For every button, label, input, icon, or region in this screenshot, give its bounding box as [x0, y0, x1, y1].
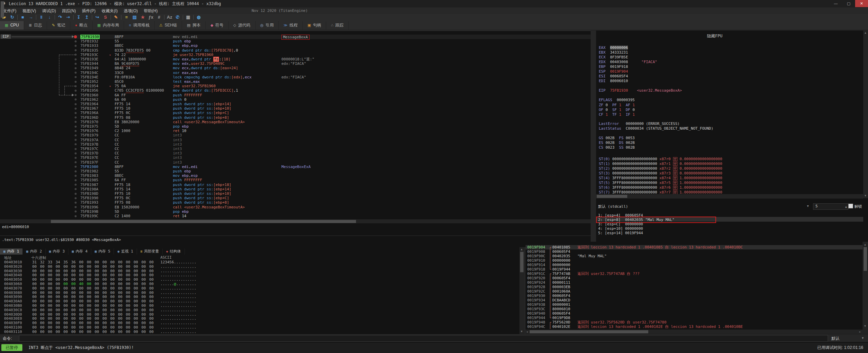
breakpoint-dot[interactable]	[75, 54, 77, 56]
disasm-row[interactable]: 75FB197BCCint3	[0, 142, 591, 147]
menu-item-h[interactable]: 帮助(H)	[141, 7, 161, 15]
dump-tab-memory-1[interactable]: ▦内存 1	[0, 248, 23, 255]
stack-row[interactable]: 0019F928│000003EB	[526, 285, 868, 289]
disasm-row[interactable]: 75FB19856A FFpush FFFFFFFF	[0, 178, 591, 182]
breakpoint-dot[interactable]	[75, 103, 77, 105]
reg-st5[interactable]: ST(5) 3FFF8000000000000000 x87r5 空 1.000…	[599, 181, 722, 185]
disasm-row[interactable]: 75FB197ECCint3	[0, 155, 591, 160]
step-into-icon[interactable]: ↓	[45, 14, 54, 21]
breakpoint-dot[interactable]	[75, 143, 77, 145]
disasm-row[interactable]: 75FB19498B48 24mov ecx,dword ptr ds:[eax…	[0, 66, 591, 70]
tab-references[interactable]: ◎引用	[256, 21, 279, 30]
flags-row-3[interactable]: CF 1 TF 1 IF 1	[599, 112, 635, 117]
stack-row[interactable]: 0019F908│000605F4	[526, 249, 868, 254]
breakpoint-dot[interactable]	[75, 170, 77, 172]
disasm-row[interactable]: 75FB19838BECmov ebp,esp	[0, 173, 591, 178]
disasm-row[interactable]: 75FB1987FF75 18push dword ptr ss:[ebp+18…	[0, 183, 591, 187]
tab-trace[interactable]: ∴跟踪	[326, 21, 349, 30]
unlock-checkbox[interactable]	[848, 204, 853, 208]
argument-row[interactable]: 4: [esp+10] 00000000	[598, 226, 643, 231]
stack-pane[interactable]: 0019F904┌00401085返回到 leccion 13 hardcode…	[526, 242, 868, 334]
disasm-row[interactable]: 75FB1956C705 CC3CFD75 01000000mov dword …	[0, 88, 591, 93]
memory-dump-pane[interactable]: ▦内存 1▦内存 2▦内存 3▦内存 4▦内存 5◉监视 1≣局部变量◆结构体 …	[0, 247, 524, 334]
run-icon[interactable]: →	[27, 14, 35, 21]
tab-breakpoints[interactable]: ●断点	[70, 21, 93, 30]
breakpoint-dot[interactable]	[75, 58, 77, 60]
disasm-row[interactable]: 75FB197ACCint3	[0, 138, 591, 142]
breakpoint-dot[interactable]	[75, 40, 77, 42]
disasm-row[interactable]: 75FB19606A FFpush FFFFFFFF	[0, 93, 591, 97]
breakpoint-dot[interactable]	[75, 210, 77, 212]
stop-icon[interactable]: ■	[19, 14, 27, 21]
breakpoint-dot[interactable]	[75, 206, 77, 208]
dump-tab-memory-5[interactable]: ▦内存 5	[91, 248, 114, 255]
tab-log[interactable]: ≣日志	[24, 21, 47, 30]
reg-st0[interactable]: ST(0) 00000000000000000000 x87r0 空 0.000…	[599, 157, 722, 162]
dump-tab-memory-4[interactable]: ▦内存 4	[68, 248, 91, 255]
restart-icon[interactable]: ↻	[8, 14, 16, 21]
disasm-row[interactable]: 75FB1979CCint3	[0, 133, 591, 137]
reg-st4[interactable]: ST(4) 3FFF8000000000000000 x87r4 空 1.000…	[599, 176, 722, 181]
disasm-row[interactable]: 75FB19308BFFmov edi,ediMessageBoxA	[0, 35, 591, 39]
tab-cpu[interactable]: ▦CPU	[0, 21, 24, 30]
disasm-row[interactable]: 75FB195475 0A▾jne user32.75FB1960	[0, 84, 591, 88]
breakpoint-dot[interactable]	[75, 139, 77, 141]
disasm-row[interactable]: 75FB198255push ebp	[0, 169, 591, 173]
breakpoint-dot[interactable]	[75, 85, 77, 87]
reg-eax[interactable]: EAX 00000006	[599, 45, 628, 50]
breakpoint-dot[interactable]	[75, 148, 77, 150]
dump-row[interactable]: 0040303000000000000000000000000000000000…	[0, 269, 524, 273]
reg-eflags[interactable]: EFLAGS 00000395	[599, 98, 635, 102]
breakpoint-dot[interactable]	[75, 157, 77, 159]
dump-row[interactable]: 0040301031323334353600000000000000000000…	[0, 260, 524, 264]
disasm-row[interactable]: 75FB196AFF75 0Cpush dword ptr ss:[ebp+C]	[0, 111, 591, 115]
breakpoint-dot[interactable]	[75, 193, 77, 195]
registers-vscrollbar[interactable]: ▲ ▼	[863, 31, 868, 198]
command-language-dropdown-icon[interactable]: ▼	[861, 336, 864, 340]
reg-edi[interactable]: EDI 80006010	[599, 79, 628, 83]
disasm-row[interactable]: 75FB19338BECmov ebp,esp	[0, 43, 591, 48]
breakpoint-dot[interactable]	[75, 45, 77, 47]
breakpoint-dot[interactable]	[74, 35, 77, 38]
disasm-row[interactable]: 75FB199CC2 1400ret 14	[0, 214, 591, 218]
dump-row[interactable]: 0040309000000000000000000000000000000000…	[0, 295, 524, 299]
disasm-row[interactable]: 75FB1935833D 783CFD75 00cmp dword ptr ds…	[0, 48, 591, 53]
tab-handles[interactable]: ▣句柄	[303, 21, 326, 30]
disasm-row[interactable]: 75FB195285C0test eax,eax	[0, 79, 591, 84]
seg-row-3[interactable]: CS 0023 SS 002B	[599, 145, 635, 150]
disasm-row[interactable]: 75FB198DFF75 10push dword ptr ss:[ebp+10…	[0, 191, 591, 196]
breakpoint-dot[interactable]	[75, 188, 77, 190]
breakpoint-dot[interactable]	[75, 202, 77, 204]
dump-row[interactable]: 004030B000000000000000000000000000000000…	[0, 303, 524, 308]
breakpoint-dot[interactable]	[75, 108, 77, 110]
pause-icon[interactable]: ‖	[37, 14, 45, 21]
dump-row[interactable]: 0040302000000000000000000000000000000000…	[0, 264, 524, 269]
close-button[interactable]: ✕	[855, 0, 868, 7]
disasm-row[interactable]: 75FB1964FF75 14push dword ptr ss:[ebp+14…	[0, 102, 591, 106]
execute-till-return-icon[interactable]: ↥	[83, 14, 91, 21]
assembler-icon[interactable]: Az	[165, 14, 174, 21]
disasm-row[interactable]: 75FB194C33C0xor eax,eax	[0, 71, 591, 75]
dump-tab-memory-3[interactable]: ▦内存 3	[46, 248, 68, 255]
breakpoint-dot[interactable]	[75, 76, 77, 78]
breakpoint-dot[interactable]	[75, 161, 77, 163]
disasm-row[interactable]: 75FB197DCCint3	[0, 151, 591, 155]
reg-st1[interactable]: ST(1) 00000000000000000000 x87r1 空 0.000…	[599, 162, 722, 166]
tab-symbols[interactable]: ◆符号	[206, 21, 229, 30]
hide-fpu-button[interactable]: 隐藏FPU	[707, 33, 723, 39]
menu-item-v[interactable]: 视图(V)	[19, 7, 39, 15]
disasm-row[interactable]: 75FB198AFF75 14push dword ptr ss:[ebp+14…	[0, 187, 591, 191]
dump-row[interactable]: 0040308000000000000000000000000000000000…	[0, 291, 524, 295]
stack-row[interactable]: 0019F91C┌75F747AB返回到 user32.75F747AB 自 ?…	[526, 272, 868, 276]
step-out-icon[interactable]: ↧	[75, 14, 83, 21]
tab-memory-map[interactable]: ▦内存布局	[93, 21, 124, 30]
run-to-cursor-icon[interactable]: ⇢	[64, 14, 72, 21]
menu-item-i[interactable]: 收藏夹(I)	[99, 7, 121, 15]
breakpoint-dot[interactable]	[75, 134, 77, 136]
disasm-row[interactable]: 75FB1970E8 3B020000call <user32.MessageB…	[0, 120, 591, 124]
stack-row[interactable]: 0019F914│00000000	[526, 263, 868, 267]
tab-threads[interactable]: ≫线程	[279, 21, 303, 30]
dump-row[interactable]: 004030D000000000000000000000000000000000…	[0, 312, 524, 317]
dump-row[interactable]: 004030F000000000000000000000000000000000…	[0, 321, 524, 325]
reg-ebp[interactable]: EBP 0019F918	[599, 64, 628, 69]
